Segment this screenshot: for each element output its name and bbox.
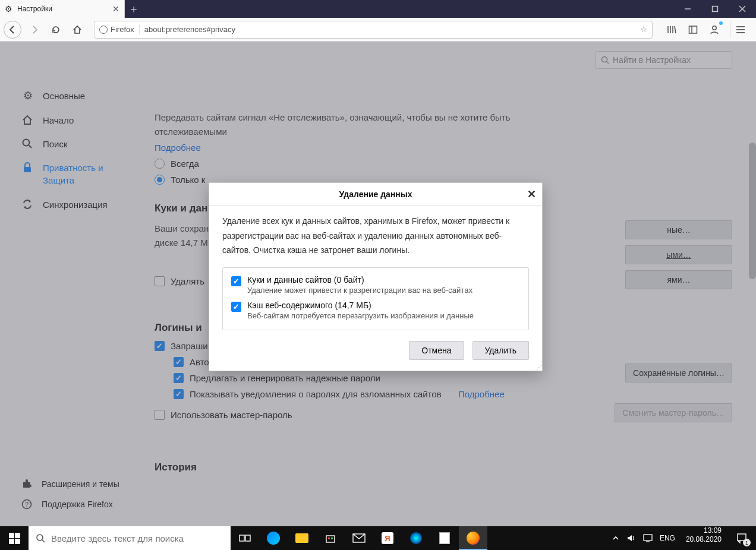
task-view-button[interactable] [231,526,259,550]
checkbox-icon [231,302,241,312]
home-button[interactable] [69,21,86,38]
yandex-app-icon[interactable]: Я [373,526,402,550]
reload-button[interactable] [48,21,64,38]
url-bar[interactable]: Firefox about:preferences#privacy ☆ [94,21,653,39]
clock-date: 20.08.2020 [686,535,722,544]
taskbar-search-input[interactable]: Введите здесь текст для поиска [29,526,231,550]
window-minimize-button[interactable] [674,0,701,18]
start-button[interactable] [0,526,29,550]
nav-back-button[interactable] [4,21,21,39]
tray-lang-label[interactable]: ENG [660,534,675,542]
dialog-close-button[interactable]: ✕ [527,188,536,201]
tray-chevron-icon[interactable] [612,535,619,542]
library-icon[interactable] [663,21,680,38]
dialog-clear-button[interactable]: Удалить [472,341,529,360]
svg-point-6 [713,26,716,29]
option-label: Куки и данные сайтов (0 байт) [247,275,472,285]
account-icon[interactable] [706,21,723,38]
windows-logo-icon [9,533,20,544]
new-tab-button[interactable]: ＋ [125,0,143,18]
sidebar-toggle-icon[interactable] [685,21,701,38]
tray-volume-icon[interactable] [626,533,636,543]
taskbar-clock[interactable]: 13:09 20.08.2020 [680,526,727,550]
svg-line-18 [42,540,45,542]
titlebar: ⚙ Настройки ✕ ＋ [0,0,756,18]
action-center-button[interactable]: 1 [727,526,756,550]
url-text: about:preferences#privacy [144,25,635,34]
svg-rect-21 [326,536,335,542]
clock-time: 13:09 [686,526,722,535]
firefox-icon [99,26,108,34]
svg-point-17 [37,535,43,540]
notification-badge: 1 [743,539,751,546]
taskbar-search-placeholder: Введите здесь текст для поиска [51,533,184,543]
365-app-icon[interactable] [402,526,430,550]
dialog-title: Удаление данных [339,189,412,199]
clear-data-dialog: Удаление данных ✕ Удаление всех кук и да… [209,182,543,371]
identity-label: Firefox [111,25,134,34]
window-close-button[interactable] [729,0,756,18]
identity-box[interactable]: Firefox [99,25,140,34]
clear-cookies-checkbox[interactable]: Куки и данные сайтов (0 байт) Удаление м… [231,275,520,295]
windows-taskbar: Введите здесь текст для поиска Я ENG 13:… [0,526,756,550]
svg-rect-22 [328,538,330,539]
dialog-header: Удаление данных ✕ [209,183,542,206]
firefox-app-icon[interactable] [459,526,487,550]
svg-rect-19 [240,535,244,541]
close-tab-icon[interactable]: ✕ [112,4,119,14]
store-app-icon[interactable] [316,526,345,550]
search-icon [36,533,45,543]
system-tray[interactable]: ENG [607,526,680,550]
svg-rect-25 [644,535,652,540]
dialog-options: Куки и данные сайтов (0 байт) Удаление м… [222,267,529,330]
checkbox-icon [231,276,241,286]
clear-cache-checkbox[interactable]: Кэш веб-содержимого (14,7 МБ) Веб-сайтам… [231,301,520,320]
svg-rect-23 [331,538,333,539]
mail-app-icon[interactable] [345,526,373,550]
notepad-app-icon[interactable] [430,526,459,550]
option-sublabel: Удаление может привести к разрегистрации… [247,286,472,295]
tray-network-icon[interactable] [643,534,653,542]
edge-app-icon[interactable] [259,526,288,550]
resize-grip-icon[interactable]: ⋰ [536,366,541,369]
browser-tab-settings[interactable]: ⚙ Настройки ✕ [0,0,125,18]
window-maximize-button[interactable] [701,0,729,18]
taskbar-pinned-apps: Я [231,526,487,550]
preferences-page: ⚙ Основные Начало Поиск Приватность и За… [0,42,756,526]
nav-forward-button[interactable] [26,21,43,38]
option-label: Кэш веб-содержимого (14,7 МБ) [247,301,474,310]
app-menu-button[interactable] [730,21,750,38]
explorer-app-icon[interactable] [288,526,316,550]
option-sublabel: Веб-сайтам потребуется перезагрузить изо… [247,311,474,320]
gear-icon: ⚙ [5,4,12,14]
dialog-cancel-button[interactable]: Отмена [409,341,464,360]
tab-title: Настройки [17,5,108,13]
svg-rect-20 [245,535,250,541]
bookmark-star-icon[interactable]: ☆ [640,25,647,34]
dialog-description: Удаление всех кук и данных сайтов, храни… [209,206,542,261]
url-toolbar: Firefox about:preferences#privacy ☆ [0,18,756,42]
svg-rect-4 [689,26,697,33]
svg-rect-1 [713,7,718,12]
